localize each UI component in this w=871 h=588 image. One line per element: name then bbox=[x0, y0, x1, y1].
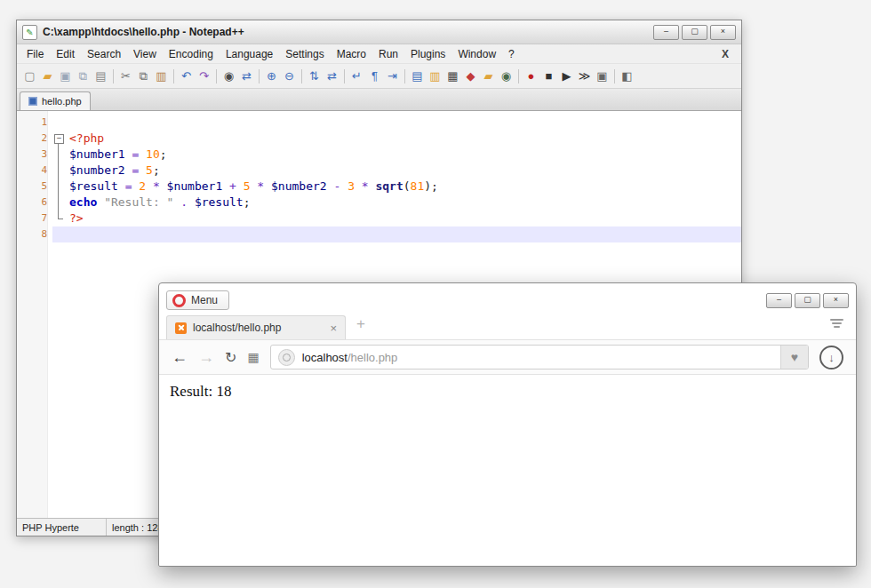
bookmark-heart-button[interactable]: ♥ bbox=[780, 346, 808, 369]
browser-tab-bar: localhost/hello.php × + bbox=[159, 313, 856, 340]
menu-item-file[interactable]: File bbox=[20, 46, 50, 62]
redo-icon[interactable]: ↷ bbox=[196, 68, 212, 84]
macro-play-icon[interactable]: ▶ bbox=[558, 68, 575, 84]
notepadpp-title-bar[interactable]: ✎ C:\xampp\htdocs\hello.php - Notepad++ … bbox=[17, 20, 741, 44]
page-content: Result: 18 bbox=[159, 375, 856, 566]
opera-menu-label: Menu bbox=[191, 294, 218, 306]
toggle-macro-icon[interactable]: ◧ bbox=[619, 68, 635, 84]
toolbar-separator bbox=[113, 69, 114, 83]
code-line-3: 3$number1 = 10; bbox=[17, 147, 741, 163]
menu-item-search[interactable]: Search bbox=[81, 46, 127, 62]
open-file-icon[interactable]: ▰ bbox=[39, 68, 56, 84]
toolbar-separator bbox=[614, 69, 615, 83]
function-list-icon[interactable]: ▤ bbox=[409, 68, 426, 84]
zoom-out-icon[interactable]: ⊖ bbox=[281, 68, 298, 84]
doc-switcher-icon[interactable]: ▦ bbox=[444, 68, 461, 84]
preview-icon[interactable]: ◉ bbox=[498, 68, 515, 84]
menu-item-view[interactable]: View bbox=[127, 46, 163, 62]
line-number: 4 bbox=[17, 163, 52, 179]
macro-record-icon[interactable]: ● bbox=[523, 68, 539, 84]
print-icon[interactable]: ▤ bbox=[92, 68, 109, 84]
toolbar-separator bbox=[518, 69, 519, 83]
indent-guide-icon[interactable]: ⇥ bbox=[384, 68, 401, 84]
toolbar-separator bbox=[301, 69, 302, 83]
toolbar-separator bbox=[259, 69, 260, 83]
menu-item-help[interactable]: ? bbox=[502, 46, 521, 62]
tab-localhost-hello-php[interactable]: localhost/hello.php × bbox=[166, 315, 346, 339]
speed-dial-icon[interactable]: ▦ bbox=[247, 350, 259, 364]
opera-menu-button[interactable]: Menu bbox=[166, 290, 229, 310]
show-all-chars-icon[interactable]: ¶ bbox=[366, 68, 383, 84]
code-text: $result = 2 * $number1 + 5 * $number2 - … bbox=[64, 179, 438, 195]
close-button[interactable]: × bbox=[823, 293, 849, 308]
menu-item-settings[interactable]: Settings bbox=[279, 46, 330, 62]
npp-toolbar: ▢▰▣⧉▤✂⧉▥↶↷◉⇄⊕⊖⇅⇄↵¶⇥▤▥▦◆▰◉●■▶≫▣◧ bbox=[17, 63, 741, 89]
macro-run-multiple-icon[interactable]: ≫ bbox=[576, 68, 593, 84]
address-bar[interactable]: localhost/hello.php ♥ bbox=[270, 345, 809, 369]
toolbar-separator bbox=[173, 69, 174, 83]
fold-marker-mid-icon bbox=[52, 147, 64, 163]
paste-icon[interactable]: ▥ bbox=[153, 68, 170, 84]
document-tab-bar: hello.php bbox=[17, 89, 741, 111]
url-text: localhost/hello.php bbox=[302, 351, 398, 364]
downloads-button[interactable]: ↓ bbox=[819, 346, 843, 369]
find-icon[interactable]: ◉ bbox=[220, 68, 237, 84]
menu-item-run[interactable]: Run bbox=[372, 46, 404, 62]
opera-window: Menu – ▢ × localhost/hello.php × + ← → ↻… bbox=[158, 282, 857, 567]
doc-close-x[interactable]: X bbox=[713, 48, 738, 60]
site-badge-icon[interactable] bbox=[278, 349, 295, 366]
sync-vertical-icon[interactable]: ⇅ bbox=[306, 68, 323, 84]
macro-stop-icon[interactable]: ■ bbox=[540, 68, 557, 84]
window-controls: – ▢ × bbox=[766, 293, 849, 308]
minimize-button[interactable]: – bbox=[653, 25, 679, 40]
menu-item-macro[interactable]: Macro bbox=[331, 46, 372, 62]
folder-as-workspace-icon[interactable]: ▰ bbox=[480, 68, 497, 84]
new-file-icon[interactable]: ▢ bbox=[21, 68, 38, 84]
code-text bbox=[64, 226, 69, 242]
sync-horizontal-icon[interactable]: ⇄ bbox=[324, 68, 340, 84]
notepadpp-logo-icon: ✎ bbox=[22, 25, 37, 40]
menu-item-plugins[interactable]: Plugins bbox=[404, 46, 451, 62]
save-icon[interactable]: ▣ bbox=[57, 68, 74, 84]
file-monitor-icon[interactable]: ◆ bbox=[462, 68, 479, 84]
minimize-button[interactable]: – bbox=[766, 293, 792, 308]
menu-item-window[interactable]: Window bbox=[451, 46, 502, 62]
menu-item-edit[interactable]: Edit bbox=[50, 46, 81, 62]
menu-item-language[interactable]: Language bbox=[220, 46, 279, 62]
copy-icon[interactable]: ⧉ bbox=[135, 68, 152, 84]
save-all-icon[interactable]: ⧉ bbox=[75, 68, 92, 84]
fold-margin bbox=[52, 115, 64, 131]
document-map-icon[interactable]: ▥ bbox=[427, 68, 443, 84]
window-controls: – ▢ × bbox=[653, 25, 736, 40]
code-text: $number2 = 5; bbox=[64, 163, 160, 179]
forward-button[interactable]: → bbox=[198, 348, 214, 367]
tab-label: hello.php bbox=[42, 96, 82, 107]
opera-title-bar[interactable]: Menu – ▢ × bbox=[159, 283, 856, 313]
tab-close-icon[interactable]: × bbox=[330, 322, 337, 334]
tab-saved-icon bbox=[28, 97, 37, 106]
menu-bar: FileEditSearchViewEncodingLanguageSettin… bbox=[17, 44, 741, 63]
cut-icon[interactable]: ✂ bbox=[117, 68, 134, 84]
tab-hello-php[interactable]: hello.php bbox=[20, 91, 91, 110]
close-button[interactable]: × bbox=[710, 25, 736, 40]
back-button[interactable]: ← bbox=[172, 348, 188, 367]
tab-menu-icon[interactable] bbox=[830, 319, 849, 333]
reload-button[interactable]: ↻ bbox=[225, 349, 236, 366]
toolbar-separator bbox=[344, 69, 345, 83]
maximize-button[interactable]: ▢ bbox=[682, 25, 707, 40]
macro-save-icon[interactable]: ▣ bbox=[594, 68, 611, 84]
replace-icon[interactable]: ⇄ bbox=[238, 68, 255, 84]
undo-icon[interactable]: ↶ bbox=[178, 68, 195, 84]
code-text: ?> bbox=[64, 211, 84, 226]
url-path: /hello.php bbox=[348, 351, 397, 364]
code-text: <?php bbox=[64, 131, 104, 147]
maximize-button[interactable]: ▢ bbox=[795, 293, 820, 308]
code-line-2: 2−<?php bbox=[17, 131, 741, 147]
menu-item-encoding[interactable]: Encoding bbox=[163, 46, 220, 62]
new-tab-button[interactable]: + bbox=[356, 315, 365, 337]
word-wrap-icon[interactable]: ↵ bbox=[348, 68, 365, 84]
fold-marker-open-icon[interactable]: − bbox=[52, 131, 64, 147]
zoom-in-icon[interactable]: ⊕ bbox=[263, 68, 280, 84]
code-text: echo "Result: " . $result; bbox=[64, 195, 251, 211]
code-line-7: 7?> bbox=[17, 211, 741, 226]
